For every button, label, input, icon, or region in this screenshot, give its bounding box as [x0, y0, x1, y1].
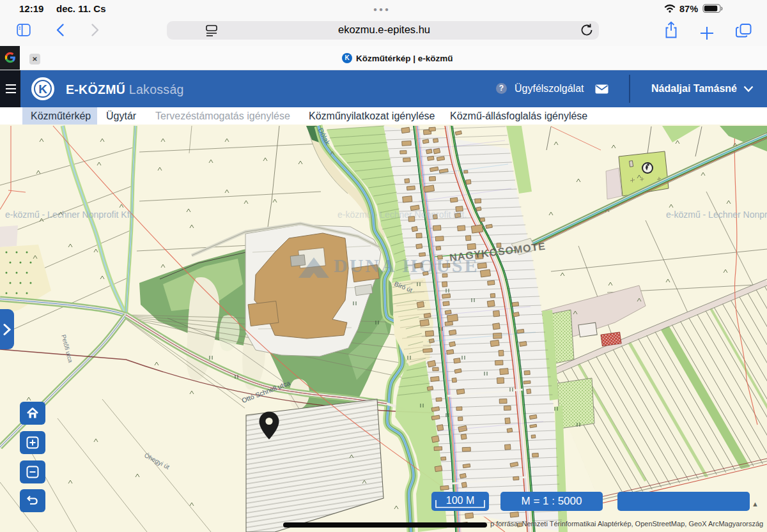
- svg-text:e-közmű - Lechner Nonprofit Kf: e-közmű - Lechner Nonprofit Kft.: [5, 209, 134, 220]
- svg-text:e-közmű - Lechner Nonprofit Kf: e-közmű - Lechner Nonprofit Kft.: [666, 209, 767, 220]
- svg-text:87%: 87%: [679, 4, 698, 14]
- svg-text:e-közmű - Lechner Nonprofit Kf: e-közmű - Lechner Nonprofit Kft.: [337, 209, 467, 220]
